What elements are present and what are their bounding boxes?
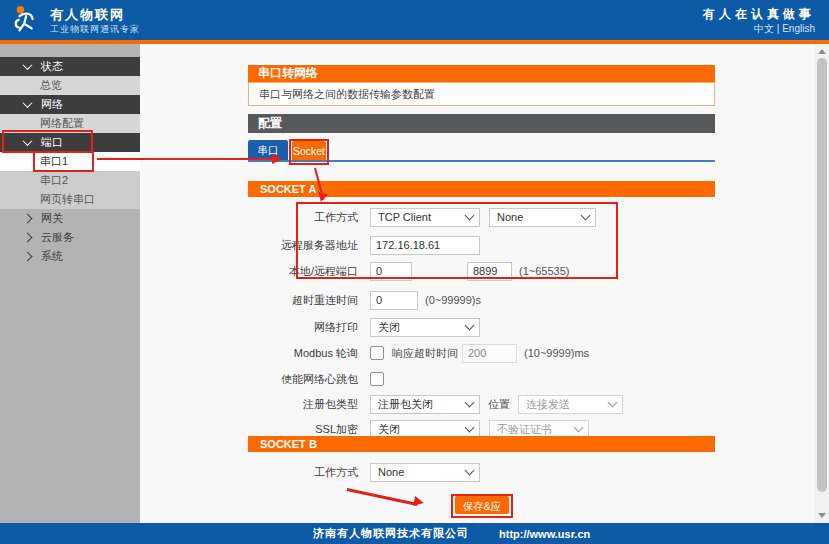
page-subtitle: 串口与网络之间的数据传输参数配置 — [248, 82, 715, 106]
sidebar-item-network[interactable]: 网络 — [0, 95, 140, 114]
vertical-scrollbar[interactable] — [815, 44, 829, 523]
reconnect-label: 超时重连时间 — [248, 293, 358, 308]
remote-addr-label: 远程服务器地址 — [248, 238, 358, 253]
remote-port-input[interactable] — [467, 262, 512, 281]
main-content: 串口转网络 串口与网络之间的数据传输参数配置 配置 串口 Socket SOCK… — [140, 44, 829, 523]
work-mode-label: 工作方式 — [248, 210, 358, 225]
work-mode-select[interactable]: TCP Client — [370, 208, 480, 227]
socket-b-work-mode-select[interactable]: None — [370, 463, 480, 482]
chevron-down-icon — [574, 423, 584, 433]
brand: 有人物联网 工业物联网通讯专家 — [12, 4, 140, 38]
reconnect-range-hint: (0~99999)s — [425, 294, 481, 306]
port-row: 本地/远程端口 (1~65535) — [248, 261, 715, 281]
heartbeat-row: 使能网络心跳包 — [248, 369, 715, 389]
chevron-down-icon — [465, 466, 475, 476]
port-label: 本地/远程端口 — [248, 264, 358, 279]
usr-logo-icon — [12, 4, 42, 38]
chevron-down-icon — [465, 211, 475, 221]
reg-position-select[interactable]: 连接发送 — [518, 395, 623, 414]
page-title: 串口转网络 — [248, 65, 715, 82]
modbus-range-hint: (10~9999)ms — [524, 347, 589, 359]
modbus-label: Modbus 轮询 — [248, 346, 358, 361]
chevron-right-icon — [23, 252, 33, 262]
brand-tagline: 工业物联网通讯专家 — [50, 23, 140, 35]
work-mode-row: 工作方式 TCP Client None — [248, 207, 715, 227]
save-apply-button[interactable]: 保存&应用 — [455, 496, 509, 514]
reg-packet-row: 注册包类型 注册包关闭 位置 连接发送 — [248, 394, 715, 414]
socket-a-section-title: SOCKET A — [248, 181, 715, 197]
heartbeat-checkbox[interactable] — [370, 372, 384, 386]
heartbeat-label: 使能网络心跳包 — [248, 372, 358, 387]
net-print-row: 网络打印 关闭 — [248, 317, 715, 337]
chevron-down-icon — [608, 398, 618, 408]
modbus-row: Modbus 轮询 响应超时时间 (10~9999)ms — [248, 343, 715, 363]
reconnect-row: 超时重连时间 (0~99999)s — [248, 290, 715, 310]
chevron-down-icon — [465, 423, 475, 433]
chevron-right-icon — [23, 233, 33, 243]
modbus-timeout-label: 响应超时时间 — [392, 346, 458, 361]
tab-underline — [248, 160, 715, 162]
reg-position-label: 位置 — [488, 397, 510, 412]
sidebar-item-cloud[interactable]: 云服务 — [0, 228, 140, 247]
sidebar-item-network-config[interactable]: 网络配置 — [0, 114, 140, 133]
app-header: 有人物联网 工业物联网通讯专家 有人在认真做事 中文 | English — [0, 0, 829, 40]
sidebar-item-gateway[interactable]: 网关 — [0, 209, 140, 228]
chevron-right-icon — [23, 214, 33, 224]
tab-serial[interactable]: 串口 — [248, 140, 288, 161]
chevron-down-icon — [23, 60, 33, 70]
chevron-down-icon — [23, 98, 33, 108]
net-print-label: 网络打印 — [248, 320, 358, 335]
scroll-down-icon[interactable] — [818, 513, 826, 518]
socket-b-work-mode-row: 工作方式 None — [248, 462, 715, 482]
modbus-poll-checkbox[interactable] — [370, 346, 384, 360]
sidebar-item-overview[interactable]: 总览 — [0, 76, 140, 95]
sidebar-item-serial1[interactable]: 串口1 — [0, 152, 140, 171]
page-footer: 济南有人物联网技术有限公司 http://www.usr.cn — [0, 523, 829, 544]
socket-b-section-title: SOCKET B — [248, 436, 715, 452]
chevron-down-icon — [465, 321, 475, 331]
modbus-timeout-input[interactable] — [462, 344, 517, 363]
tab-socket[interactable]: Socket — [292, 141, 326, 161]
brand-title: 有人物联网 — [50, 7, 140, 23]
footer-company: 济南有人物联网技术有限公司 — [313, 526, 469, 541]
port-range-hint: (1~65535) — [519, 265, 569, 277]
chevron-down-icon — [23, 136, 33, 146]
reg-packet-select[interactable]: 注册包关闭 — [370, 395, 480, 414]
reconnect-input[interactable] — [370, 291, 418, 310]
scrollbar-thumb[interactable] — [817, 58, 827, 492]
config-section-title: 配置 — [248, 114, 715, 133]
scroll-up-icon[interactable] — [818, 49, 826, 54]
footer-url[interactable]: http://www.usr.cn — [499, 528, 590, 540]
chevron-down-icon — [465, 398, 475, 408]
sidebar-item-port[interactable]: 端口 — [0, 133, 140, 152]
work-mode-secondary-select[interactable]: None — [489, 208, 596, 227]
local-port-input[interactable] — [370, 262, 412, 281]
sidebar-item-serial2[interactable]: 串口2 — [0, 171, 140, 190]
net-print-select[interactable]: 关闭 — [370, 318, 480, 337]
language-switch[interactable]: 中文 | English — [703, 22, 815, 36]
reg-packet-label: 注册包类型 — [248, 397, 358, 412]
chevron-down-icon — [581, 211, 591, 221]
remote-addr-row: 远程服务器地址 — [248, 235, 715, 255]
ssl-label: SSL加密 — [248, 422, 358, 437]
header-slogan: 有人在认真做事 — [703, 6, 815, 22]
sidebar-item-status[interactable]: 状态 — [0, 57, 140, 76]
socket-b-work-mode-label: 工作方式 — [248, 465, 358, 480]
sidebar-nav: 状态 总览 网络 网络配置 端口 串口1 串口2 网页转串口 网关 云服务 系统 — [0, 44, 140, 523]
sidebar-item-system[interactable]: 系统 — [0, 247, 140, 266]
remote-addr-input[interactable] — [370, 236, 480, 255]
sidebar-item-web-to-serial[interactable]: 网页转串口 — [0, 190, 140, 209]
